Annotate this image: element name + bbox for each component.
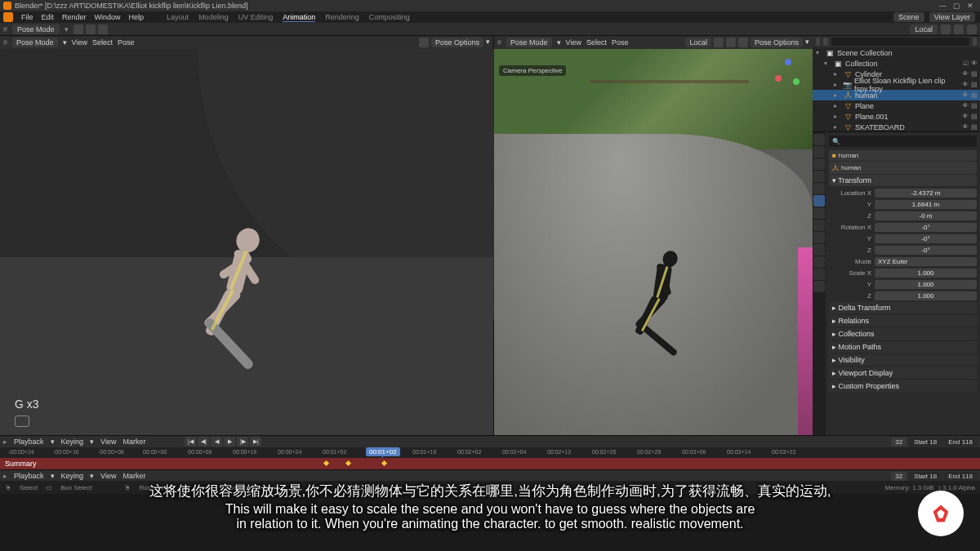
jump-end-button[interactable]: ▶| bbox=[250, 437, 261, 447]
property-search[interactable]: 🔍 bbox=[829, 136, 977, 147]
snap-icon[interactable] bbox=[714, 38, 724, 47]
vp-mode[interactable]: Pose Mode bbox=[506, 38, 552, 47]
dropdown-rotmode[interactable]: XYZ Euler bbox=[875, 257, 977, 266]
section-viewport-display[interactable]: ▸ Viewport Display bbox=[829, 367, 977, 379]
outliner-item[interactable]: ▸📷Elliot Sloan Kickflip Lien clip fspy.f… bbox=[813, 79, 980, 90]
dopesheet-summary[interactable]: Summary bbox=[0, 458, 980, 469]
section-visibility[interactable]: ▸ Visibility bbox=[829, 354, 977, 366]
axis-z-icon[interactable] bbox=[785, 59, 791, 65]
playhead[interactable]: 00:01+02 bbox=[382, 447, 383, 459]
outliner-scene-collection[interactable]: ▾▣Scene Collection bbox=[813, 47, 980, 58]
vp-select[interactable]: Select bbox=[586, 38, 607, 47]
orientation[interactable]: Local bbox=[685, 38, 711, 47]
viewport-right[interactable]: # Pose Mode ▾ View Select Pose Local Pos… bbox=[494, 36, 813, 435]
input-sx[interactable]: 1.000 bbox=[875, 269, 977, 278]
tab-compositing[interactable]: Compositing bbox=[369, 13, 410, 22]
jump-start-button[interactable]: |◀ bbox=[185, 437, 196, 447]
viewport-right-body[interactable]: Camera Perspective bbox=[494, 49, 813, 435]
input-locy[interactable]: 1.6841 m bbox=[875, 200, 977, 209]
section-relations[interactable]: ▸ Relations bbox=[829, 315, 977, 327]
menu-render[interactable]: Render bbox=[62, 13, 87, 21]
pivot-icon[interactable] bbox=[941, 24, 951, 34]
mode-dropdown[interactable]: Pose Mode bbox=[12, 24, 60, 34]
tab-modeling[interactable]: Modeling bbox=[198, 13, 229, 22]
ptab-render[interactable] bbox=[813, 134, 825, 145]
current-frame[interactable]: 32 bbox=[891, 438, 906, 447]
outliner-collection[interactable]: ▾▣Collection☑👁 bbox=[813, 58, 980, 69]
menu-playback[interactable]: Playback bbox=[14, 438, 44, 446]
breadcrumb[interactable]: 人human bbox=[829, 162, 977, 174]
ptab-constraint[interactable] bbox=[813, 244, 825, 256]
shading-icon[interactable] bbox=[738, 38, 748, 47]
outliner[interactable]: ▾▣Scene Collection ▾▣Collection☑👁 ▸▽Cyli… bbox=[813, 36, 980, 132]
tab-rendering[interactable]: Rendering bbox=[325, 13, 359, 22]
pose-options[interactable]: Pose Options bbox=[431, 38, 483, 47]
viewlayer-dropdown[interactable]: View Layer bbox=[929, 12, 975, 22]
input-locx[interactable]: -2.4372 m bbox=[875, 189, 977, 198]
section-collections[interactable]: ▸ Collections bbox=[829, 328, 977, 340]
tool-icon[interactable] bbox=[98, 24, 108, 34]
vp-pose[interactable]: Pose bbox=[612, 38, 629, 47]
ptab-view[interactable] bbox=[813, 158, 825, 170]
menu-keying[interactable]: Keying bbox=[61, 438, 84, 446]
scene-dropdown[interactable]: Scene bbox=[893, 12, 924, 22]
input-sz[interactable]: 1.000 bbox=[875, 291, 977, 300]
ptab-particle[interactable] bbox=[813, 220, 825, 231]
prev-key-button[interactable]: ◀| bbox=[198, 437, 209, 447]
filter-icon[interactable] bbox=[973, 38, 977, 46]
play-button[interactable]: ▶ bbox=[224, 437, 235, 447]
orientation-dropdown[interactable]: Local bbox=[910, 24, 938, 34]
overlay-icon[interactable] bbox=[419, 38, 429, 47]
outliner-item[interactable]: ▸▽Plane.001👁▤ bbox=[813, 111, 980, 122]
axis-x-icon[interactable] bbox=[775, 75, 782, 82]
menu-marker[interactable]: Marker bbox=[122, 438, 145, 446]
tab-uv[interactable]: UV Editing bbox=[238, 13, 274, 22]
input-roty[interactable]: -0° bbox=[875, 234, 977, 243]
nav-gizmo[interactable] bbox=[770, 56, 806, 91]
timeline-ruler[interactable]: -00:00+24-00:00+16-00:00+0800:00+0000:00… bbox=[0, 447, 980, 459]
snap-icon[interactable] bbox=[954, 24, 964, 34]
input-rotx[interactable]: -0° bbox=[875, 223, 977, 232]
input-locz[interactable]: -0 m bbox=[875, 211, 977, 220]
close-icon[interactable]: ✕ bbox=[967, 2, 973, 10]
viewport-left-body[interactable]: G x3 bbox=[0, 49, 493, 435]
pose-options[interactable]: Pose Options bbox=[751, 38, 803, 47]
next-key-button[interactable]: |▶ bbox=[237, 437, 248, 447]
minimize-icon[interactable]: — bbox=[939, 2, 947, 10]
play-rev-button[interactable]: ◀ bbox=[211, 437, 222, 447]
tool-icon[interactable] bbox=[86, 24, 96, 34]
outliner-item[interactable]: ▸▽SKATEBOARD👁▤ bbox=[813, 122, 980, 132]
vp-mode[interactable]: Pose Mode bbox=[12, 38, 58, 47]
ptab-data[interactable] bbox=[813, 256, 825, 268]
vp-view[interactable]: View bbox=[566, 38, 581, 47]
ptab-object[interactable] bbox=[813, 195, 825, 207]
shading-icon[interactable] bbox=[726, 38, 736, 47]
section-motion-paths[interactable]: ▸ Motion Paths bbox=[829, 341, 977, 353]
vp-view[interactable]: View bbox=[72, 38, 87, 47]
menu-file[interactable]: File bbox=[21, 13, 33, 21]
ptab-modifier[interactable] bbox=[813, 207, 825, 219]
ptab-output[interactable] bbox=[813, 146, 825, 158]
outliner-item[interactable]: ▸▽Plane👁▤ bbox=[813, 100, 980, 111]
maximize-icon[interactable]: ▢ bbox=[953, 2, 960, 10]
vp-select[interactable]: Select bbox=[92, 38, 113, 47]
tab-animation[interactable]: Animation bbox=[283, 13, 315, 22]
input-rotz[interactable]: -0° bbox=[875, 246, 977, 255]
section-transform[interactable]: ▾ Transform bbox=[829, 175, 977, 186]
ptab-scene[interactable] bbox=[813, 171, 825, 182]
display-mode-icon[interactable] bbox=[823, 38, 827, 46]
vp-pose[interactable]: Pose bbox=[118, 38, 135, 47]
outliner-search[interactable] bbox=[831, 38, 969, 46]
ptab-world[interactable] bbox=[813, 183, 825, 194]
section-delta-transform[interactable]: ▸ Delta Transform bbox=[829, 302, 977, 313]
input-sy[interactable]: 1.000 bbox=[875, 280, 977, 289]
menu-window[interactable]: Window bbox=[95, 13, 121, 21]
menu-view[interactable]: View bbox=[100, 438, 116, 446]
ptab-bone[interactable] bbox=[813, 269, 825, 280]
tab-layout[interactable]: Layout bbox=[167, 13, 189, 22]
menu-help[interactable]: Help bbox=[129, 13, 145, 21]
ptab-material[interactable] bbox=[813, 281, 825, 292]
viewport-left[interactable]: # Pose Mode ▾ View Select Pose Pose Opti… bbox=[0, 36, 494, 435]
section-custom-properties[interactable]: ▸ Custom Properties bbox=[829, 380, 977, 392]
breadcrumb[interactable]: ■human bbox=[829, 150, 977, 161]
